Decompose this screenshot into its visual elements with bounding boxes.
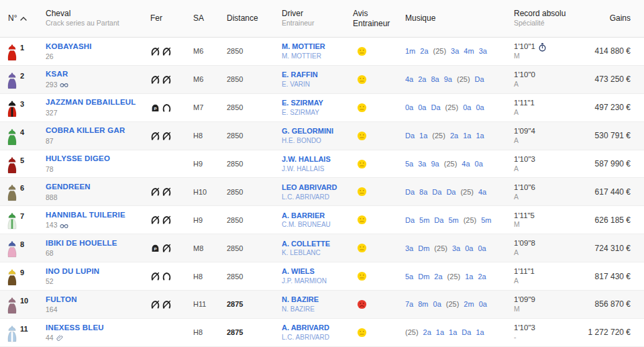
musique-perf: 9a (431, 160, 439, 168)
musique-perf: 5a (405, 272, 413, 281)
musique-perf: 2a (420, 47, 428, 55)
count-icon-slot (56, 334, 64, 341)
column-header-distance[interactable]: Distance (224, 13, 279, 23)
driver-name-link[interactable]: N. BAZIRE (282, 295, 350, 305)
table-row[interactable]: 7 HANNIBAL TUILERIE 143 H9 2850 A. BARRI… (0, 206, 644, 234)
musique: Da8aDaDa(25)4a (402, 188, 511, 196)
jockey-silk-icon (5, 44, 19, 61)
distance: 2850 (224, 216, 279, 224)
glasses-icon (60, 81, 68, 88)
jockey-silk-icon (5, 157, 19, 174)
driver-name-link[interactable]: A. WIELS (282, 266, 350, 277)
musique-perf: Da (446, 188, 455, 196)
trainer-opinion-smiley-icon (357, 328, 367, 338)
trainer-name: L.C. ABRIVARD (282, 333, 350, 342)
horse-name-link[interactable]: KOBAYASHI (46, 42, 148, 52)
trainer-name: E. VARIN (282, 80, 350, 89)
musique-year: (25) (434, 244, 447, 252)
table-row[interactable]: 3 JAZZMAN DEBAILLEUL 327 P M7 2850 E. SZ… (0, 94, 644, 122)
table-row[interactable]: 9 INO DU LUPIN 52 H8 2850 A. WIELS J.P. … (0, 262, 644, 291)
horse-name-link[interactable]: IBIKI DE HOUELLE (46, 238, 148, 249)
column-sublabel-driver: Entraineur (282, 19, 350, 28)
specialite: M (514, 220, 578, 230)
unshod-horseshoe-icon (162, 299, 172, 309)
distance: 2850 (224, 47, 279, 55)
column-header-gains[interactable]: Gains (578, 13, 644, 23)
horse-name-link[interactable]: JAZZMAN DEBAILLEUL (46, 97, 148, 108)
table-row[interactable]: 6 GENDREEN 888 H10 2850 LEO ABRIVARD L.C… (0, 178, 644, 206)
horseshoe-icon (162, 103, 172, 113)
musique-perf: 5a (405, 160, 413, 168)
musique-perf: 5m (448, 216, 458, 224)
specialite: M (514, 52, 578, 61)
sex-age: M6 (191, 47, 224, 55)
table-row[interactable]: 8 IBIKI DE HOUELLE 68 P M8 2850 A. COLLE… (0, 234, 644, 262)
horse-name-link[interactable]: FULTON (46, 295, 148, 305)
distance: 2850 (224, 244, 279, 252)
musique: 0a0aDa(25)0a0a (402, 103, 511, 111)
horse-name-link[interactable]: HULYSSE DIGEO (46, 154, 148, 164)
gains: 530 791 € (578, 131, 644, 140)
specialite: A (514, 248, 578, 258)
column-header-fer[interactable]: Fer (148, 13, 191, 23)
musique-perf: 0a (463, 103, 471, 111)
sex-age: H8 (191, 328, 224, 336)
column-header-number[interactable]: N° (0, 13, 43, 23)
horse-name-link[interactable]: KSAR (46, 69, 148, 80)
driver-name-link[interactable]: J.W. HALLAIS (282, 154, 350, 164)
column-header-avis[interactable]: Avis Entraineur (350, 9, 402, 29)
table-row[interactable]: 2 KSAR 293 M6 2850 E. RAFFIN E. VARIN (0, 66, 644, 94)
horse-name-link[interactable]: COBRA KILLER GAR (46, 126, 148, 136)
trainer-name: J.W. HALLAIS (282, 164, 350, 174)
horse-name-link[interactable]: INEXESS BLEU (46, 323, 148, 334)
table-row[interactable]: 4 COBRA KILLER GAR 87 H8 2850 G. GELORMI… (0, 122, 644, 150)
horse-name-link[interactable]: INO DU LUPIN (46, 266, 148, 277)
driver-name-link[interactable]: E. RAFFIN (282, 70, 350, 80)
driver-name-link[interactable]: G. GELORMINI (282, 126, 350, 136)
driver-name-link[interactable]: A. ABRIVARD (282, 323, 350, 333)
musique-year: (25) (464, 216, 477, 224)
musique-perf: Dm (418, 272, 429, 281)
unshod-horseshoe-icon (150, 299, 160, 309)
musique-perf: 1a (436, 328, 444, 336)
table-row[interactable]: 10 FULTON 164 H11 2875 N. BAZIRE N. BAZI… (0, 291, 644, 319)
fer-icons (148, 299, 191, 309)
driver-name-link[interactable]: A. COLLETTE (282, 239, 350, 249)
driver-name-link[interactable]: A. BARRIER (282, 211, 350, 221)
musique-perf: 0a (475, 160, 483, 168)
musique-year: (25) (460, 188, 474, 196)
musique-perf: 3a (451, 47, 459, 55)
horse-number: 3 (20, 100, 24, 108)
table-row[interactable]: 5 HULYSSE DIGEO 78 H9 2850 J.W. HALLAIS … (0, 150, 644, 179)
column-header-record[interactable]: Record absolu Spécialité (511, 9, 578, 28)
distance: 2875 (224, 328, 279, 336)
protected-shoe-icon: P (150, 103, 160, 113)
driver-name-link[interactable]: LEO ABRIVARD (282, 183, 350, 193)
column-header-driver[interactable]: Driver Entraineur (279, 9, 350, 28)
column-header-sa[interactable]: SA (191, 13, 224, 23)
sort-asc-icon[interactable] (20, 17, 27, 21)
musique: Da1a(25)2a1a1a (402, 132, 511, 140)
musique-perf: 0a (418, 103, 426, 111)
trainer-name: K. LEBLANC (282, 248, 350, 258)
column-header-musique[interactable]: Musique (402, 13, 511, 23)
driver-name-link[interactable]: E. SZIRMAY (282, 98, 350, 108)
fer-icons (148, 271, 191, 281)
musique-perf: 3a (405, 244, 413, 252)
table-row[interactable]: 11 INEXESS BLEU 44 H8 2875 A. ABRIVARD L… (0, 319, 644, 347)
musique-perf: 1a (465, 272, 473, 281)
trainer-opinion-smiley-icon (357, 159, 367, 169)
gains: 497 230 € (578, 103, 644, 112)
driver-name-link[interactable]: M. MOTTIER (282, 42, 350, 52)
gains: 856 870 € (578, 299, 644, 309)
musique-perf: Da (434, 216, 443, 224)
sex-age: H9 (191, 160, 224, 168)
table-row[interactable]: 1 KOBAYASHI 26 M6 2850 M. MOTTIER M. MOT… (0, 38, 644, 66)
column-header-cheval[interactable]: Cheval Crack series au Partant (43, 9, 148, 28)
horse-name-link[interactable]: GENDREEN (46, 182, 148, 193)
musique-perf: 4a (478, 188, 486, 196)
horse-name-link[interactable]: HANNIBAL TUILERIE (46, 210, 148, 221)
svg-text:P: P (154, 105, 156, 110)
musique-perf: Da (405, 188, 415, 196)
jockey-silk-icon (5, 297, 19, 314)
